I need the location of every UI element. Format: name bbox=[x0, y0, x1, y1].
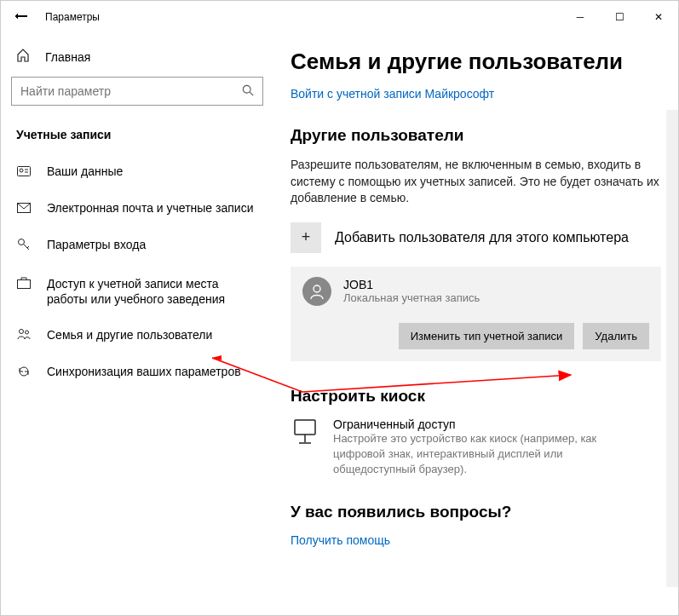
sidebar-item-label: Параметры входа bbox=[47, 237, 146, 252]
briefcase-icon bbox=[16, 277, 32, 292]
people-icon bbox=[16, 328, 32, 343]
home-icon bbox=[16, 49, 30, 65]
mail-icon bbox=[16, 201, 32, 216]
svg-line-9 bbox=[27, 246, 29, 248]
plus-icon: + bbox=[291, 222, 321, 253]
sidebar-item-label: Ваши данные bbox=[47, 164, 123, 179]
sidebar-item-signin-options[interactable]: Параметры входа bbox=[11, 227, 263, 265]
kiosk-heading: Настроить киоск bbox=[291, 387, 661, 406]
svg-point-7 bbox=[19, 239, 25, 245]
sidebar-item-label: Доступ к учетной записи места работы или… bbox=[47, 276, 258, 307]
sync-icon bbox=[16, 365, 32, 382]
add-user-button[interactable]: + Добавить пользователя для этого компью… bbox=[291, 222, 661, 253]
avatar bbox=[302, 277, 331, 306]
svg-point-11 bbox=[20, 329, 24, 333]
sidebar-item-sync[interactable]: Синхронизация ваших параметров bbox=[11, 354, 263, 392]
section-title: Учетные записи bbox=[11, 112, 263, 153]
kiosk-desc: Настройте это устройство как киоск (напр… bbox=[333, 431, 631, 478]
sidebar-item-family[interactable]: Семья и другие пользователи bbox=[11, 317, 263, 354]
svg-line-1 bbox=[250, 92, 253, 95]
maximize-button[interactable]: ☐ bbox=[600, 1, 639, 33]
change-account-type-button[interactable]: Изменить тип учетной записи bbox=[399, 323, 575, 349]
sidebar-item-work-access[interactable]: Доступ к учетной записи места работы или… bbox=[11, 266, 263, 317]
add-user-label: Добавить пользователя для этого компьюте… bbox=[335, 230, 629, 245]
svg-point-13 bbox=[314, 285, 320, 292]
sidebar: Главная Учетные записи Ваши данные Э bbox=[1, 33, 273, 615]
svg-point-12 bbox=[26, 331, 29, 334]
sidebar-item-label: Электронная почта и учетные записи bbox=[47, 200, 253, 216]
user-name: JOB1 bbox=[343, 278, 480, 291]
search-field[interactable] bbox=[20, 84, 242, 98]
person-card-icon bbox=[16, 164, 32, 180]
questions-heading: У вас появились вопросы? bbox=[291, 503, 661, 521]
kiosk-setup[interactable]: Ограниченный доступ Настройте это устрой… bbox=[291, 417, 661, 478]
other-users-heading: Другие пользователи bbox=[291, 126, 661, 145]
signin-link[interactable]: Войти с учетной записи Майкрософт bbox=[291, 87, 661, 101]
sidebar-item-your-info[interactable]: Ваши данные bbox=[11, 153, 263, 190]
kiosk-title: Ограниченный доступ bbox=[333, 417, 631, 431]
user-block[interactable]: JOB1 Локальная учетная запись Изменить т… bbox=[291, 267, 661, 361]
home-label: Главная bbox=[45, 50, 90, 64]
page-title: Семья и другие пользователи bbox=[291, 49, 661, 75]
window-title: Параметры bbox=[45, 11, 561, 23]
back-button[interactable]: 🠔 bbox=[1, 1, 42, 33]
sidebar-item-label: Семья и другие пользователи bbox=[47, 327, 212, 343]
user-sub: Локальная учетная запись bbox=[343, 291, 480, 304]
sidebar-item-label: Синхронизация ваших параметров bbox=[47, 364, 241, 379]
sidebar-item-email[interactable]: Электронная почта и учетные записи bbox=[11, 190, 263, 227]
get-help-link[interactable]: Получить помощь bbox=[291, 533, 661, 547]
svg-point-0 bbox=[243, 85, 250, 93]
minimize-button[interactable]: ─ bbox=[561, 1, 600, 33]
search-input[interactable] bbox=[11, 77, 263, 106]
scrollbar[interactable] bbox=[666, 110, 678, 587]
kiosk-icon bbox=[291, 417, 319, 448]
key-icon bbox=[16, 238, 32, 255]
delete-button[interactable]: Удалить bbox=[583, 323, 649, 349]
other-users-desc: Разрешите пользователям, не включенным в… bbox=[291, 157, 661, 207]
svg-point-3 bbox=[20, 169, 23, 172]
content-pane: Семья и другие пользователи Войти с учет… bbox=[273, 33, 678, 615]
svg-rect-14 bbox=[295, 420, 315, 435]
close-button[interactable]: ✕ bbox=[639, 1, 678, 33]
search-icon bbox=[242, 84, 254, 99]
home-nav[interactable]: Главная bbox=[11, 33, 263, 77]
svg-rect-10 bbox=[18, 279, 31, 288]
